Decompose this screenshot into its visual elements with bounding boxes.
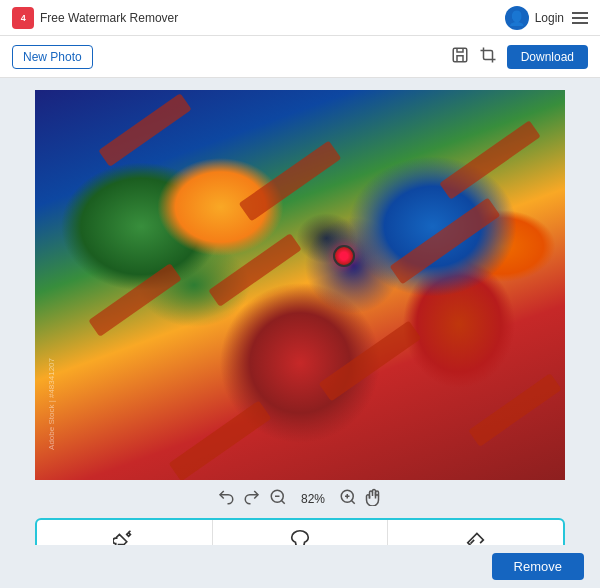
- parrot-eye-detail: [333, 245, 355, 267]
- rotate-left-icon[interactable]: [217, 488, 235, 510]
- logo-area: 4 Free Watermark Remover: [12, 7, 178, 29]
- save-icon[interactable]: [451, 46, 469, 68]
- login-label: Login: [535, 11, 564, 25]
- eraser-tool[interactable]: Eraser: [388, 520, 563, 545]
- app-name: Free Watermark Remover: [40, 11, 178, 25]
- toolbar-right: Download: [451, 45, 588, 69]
- download-button[interactable]: Download: [507, 45, 588, 69]
- rotate-right-icon[interactable]: [243, 488, 261, 510]
- parrot-image: [35, 90, 565, 480]
- main-toolbar: New Photo Download: [0, 36, 600, 78]
- zoom-out-icon[interactable]: [269, 488, 287, 510]
- lasso-tool[interactable]: Lasso: [213, 520, 389, 545]
- menu-button[interactable]: [572, 12, 588, 24]
- remove-button[interactable]: Remove: [492, 553, 584, 580]
- hamburger-line-2: [572, 17, 588, 19]
- brush-tool[interactable]: Brush: [37, 520, 213, 545]
- zoom-controls: 82%: [217, 488, 383, 510]
- hamburger-line-3: [572, 22, 588, 24]
- lasso-icon: [289, 528, 311, 546]
- brush-icon: [113, 528, 135, 546]
- app-header: 4 Free Watermark Remover 👤 Login: [0, 0, 600, 36]
- hand-pan-icon[interactable]: [365, 488, 383, 510]
- image-credit-text: Adobe Stock | #48341207: [47, 358, 56, 450]
- main-content: Adobe Stock | #48341207 82%: [0, 78, 600, 545]
- zoom-in-icon[interactable]: [339, 488, 357, 510]
- login-button[interactable]: Login: [535, 11, 564, 25]
- user-avatar-icon: 👤: [505, 6, 529, 30]
- eraser-icon: [465, 528, 487, 546]
- zoom-percent: 82%: [295, 492, 331, 506]
- tool-panel: Brush Lasso Eraser: [35, 518, 565, 545]
- header-right: 👤 Login: [505, 6, 588, 30]
- logo-text: 4: [21, 13, 26, 23]
- crop-icon[interactable]: [479, 46, 497, 68]
- hamburger-line-1: [572, 12, 588, 14]
- new-photo-button[interactable]: New Photo: [12, 45, 93, 69]
- image-canvas: Adobe Stock | #48341207: [35, 90, 565, 480]
- bottom-bar: Remove: [0, 545, 600, 588]
- user-icon-glyph: 👤: [508, 10, 525, 26]
- logo-icon: 4: [12, 7, 34, 29]
